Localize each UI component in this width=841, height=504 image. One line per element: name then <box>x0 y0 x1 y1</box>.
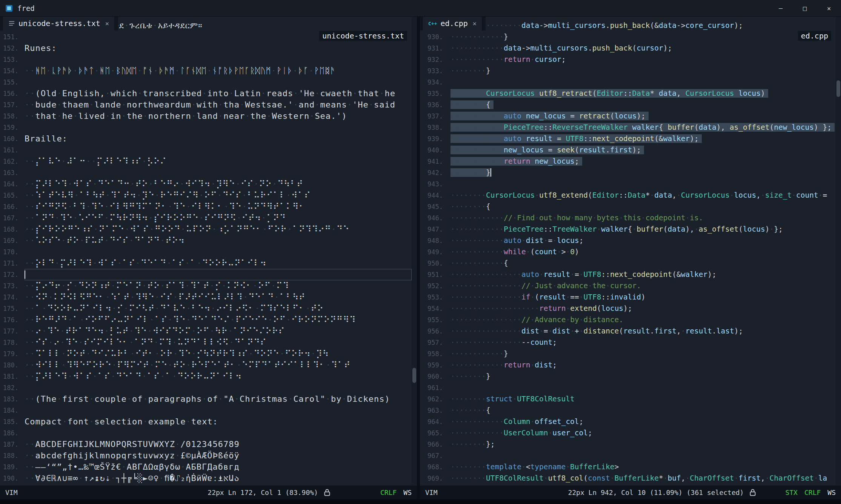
code-line[interactable]: 936.········{ <box>420 99 836 111</box>
code-line[interactable]: 958.············} <box>420 348 836 360</box>
code-line[interactable]: 167.··⠁⠝⠙·⠹⠑·⠡⠊⠑⠋·⠍⠳⠗⠝⠻⠲·⡎⠊⠗⠕⠕⠛⠑·⠎⠊⠛⠝⠫·⠊… <box>0 212 412 224</box>
code-line[interactable]: 170. <box>0 246 412 258</box>
code-line[interactable]: 960.········} <box>420 371 836 382</box>
code-line[interactable]: 180.··⠺⠊⠇⠇·⠹⠻⠑⠋⠕⠗⠑·⠏⠻⠍⠊⠞·⠍⠑·⠞⠕·⠗⠑⠏⠑⠁⠞⠂·⠑… <box>0 360 412 371</box>
code-line[interactable]: 182. <box>0 382 412 393</box>
code-line[interactable]: 966.········}; <box>420 439 836 450</box>
code-line[interactable]: 954.····················return·extend(lo… <box>420 303 836 314</box>
code-line[interactable]: 952.················//·Just·advance·the·… <box>420 280 836 292</box>
code-line[interactable]: 172. <box>0 269 412 280</box>
lock-icon[interactable] <box>324 489 330 496</box>
code-line[interactable]: 187.··ABCDEFGHIJKLMNOPQRSTUVWXYZ·/012345… <box>0 439 412 450</box>
code-line[interactable]: 953.················if·(result·==·UTF8::… <box>420 292 836 303</box>
code-line[interactable]: 189.··–—‘“”„†•…‰™œŠŸž€·ΑΒΓΔΩαβγδω·АБВГДа… <box>0 461 412 473</box>
code-line[interactable]: 945.········{ <box>420 201 836 212</box>
whitespace-indicator[interactable]: WS <box>403 489 412 496</box>
code-line[interactable]: 933.········} <box>420 65 836 77</box>
code-line[interactable]: 956.················dist·=·dist·+·distan… <box>420 326 836 337</box>
code-line[interactable]: 175.··⠁·⠙⠕⠕⠗⠤⠝⠁⠊⠇⠲·⡊·⠍⠊⠣⠞·⠙⠁⠧⠑·⠃⠑⠲·⠔⠊⠇⠔⠫… <box>0 303 412 314</box>
code-line[interactable]: 153. <box>0 54 412 65</box>
right-scrollbar[interactable] <box>836 16 841 486</box>
eol-indicator[interactable]: CRLF <box>804 489 821 496</box>
code-line[interactable]: 959.············return·dist; <box>420 360 836 371</box>
code-line[interactable]: 176.··⠗⠑⠛⠜⠙·⠁·⠊⠕⠋⠋⠔⠤⠝⠁⠊⠇·⠁⠎·⠹⠑·⠙⠑⠁⠙⠑⠌·⠏⠊… <box>0 314 412 326</box>
right-scrollbar-thumb[interactable] <box>836 80 840 97</box>
code-line[interactable]: 157.··bude·thaem·lande·northweardum·with… <box>0 99 412 111</box>
eol-indicator[interactable]: CRLF <box>380 489 397 496</box>
code-line[interactable]: 955.················//·Advance·by·distan… <box>420 314 836 326</box>
encoding-indicator[interactable]: STX <box>785 489 798 496</box>
code-line[interactable]: 156.··(Old·English,·which·transcribed·in… <box>0 88 412 99</box>
code-line[interactable]: 942.········} <box>420 167 836 178</box>
minimize-button[interactable]: — <box>769 0 793 16</box>
code-line[interactable]: 944.········CursorLocus·utf8_extend(Edit… <box>420 190 836 201</box>
code-line[interactable]: 963.········{ <box>420 405 836 416</box>
tab-unicode-stress-txt[interactable]: unicode-stress.txt ✕ <box>3 16 114 31</box>
tab-ed-cpp[interactable]: C++ ed.cpp ✕ <box>423 16 482 31</box>
code-line[interactable]: 937.············auto·new_locus·=·retract… <box>420 111 836 122</box>
code-line[interactable]: 190.··∀∂∈ℝ∧∪≡∞·↑↗↨↻⇣·┐┼╔╘░►☺♀·ﬁ�⑀₂ἠḂӥẄɐː… <box>0 473 412 484</box>
code-line[interactable]: 957.················--count; <box>420 337 836 348</box>
code-line[interactable]: 155. <box>0 77 412 88</box>
code-line[interactable]: 962.········struct·UTF8ColResult <box>420 393 836 405</box>
code-line[interactable]: 969.········UTF8ColResult·utf8_col(const… <box>420 473 836 484</box>
code-line[interactable]: 951.················auto·result·=·UTF8::… <box>420 269 836 280</box>
code-line[interactable]: 184. <box>0 405 412 416</box>
code-line[interactable]: 950.············{ <box>420 258 836 269</box>
lock-icon[interactable] <box>750 489 756 496</box>
code-line[interactable]: 178.··⠊⠎·⠔·⠹⠑·⠎⠊⠍⠊⠇⠑⠂·⠁⠝⠙·⠍⠹·⠥⠝⠙⠁⠇⠇⠪⠫·⠙⠁… <box>0 337 412 348</box>
code-line[interactable]: 938.············PieceTree::ReverseTreeWa… <box>420 122 836 133</box>
code-line[interactable]: 162.··⡌⠁⠧⠑·⠼⠁⠒··⡍⠜⠇⠑⠹⠰⠎·⡣⠕⠌ <box>0 156 412 167</box>
code-line[interactable]: 161. <box>0 144 412 156</box>
code-line[interactable]: 163. <box>0 167 412 178</box>
vim-mode-indicator[interactable]: VIM <box>5 489 18 496</box>
code-line[interactable]: 964.············Column·offset_col; <box>420 416 836 427</box>
code-line[interactable]: 168.··⡎⠊⠗⠕⠕⠛⠑⠰⠎·⠝⠁⠍⠑·⠺⠁⠎·⠛⠕⠕⠙·⠥⠏⠕⠝·⠰⡡⠁⠝⠛… <box>0 224 412 235</box>
code-line[interactable]: 932.············return·cursor; <box>420 54 836 65</box>
code-line[interactable]: 160.Braille: <box>0 133 412 144</box>
code-line[interactable]: 171.··⡕⠇⠙·⡍⠜⠇⠑⠹·⠺⠁⠎·⠁⠎·⠙⠑⠁⠙·⠁⠎·⠁·⠙⠕⠕⠗⠤⠝⠁… <box>0 258 412 269</box>
code-line[interactable]: 174.··⠪⠝·⠅⠝⠪⠇⠫⠛⠑⠂·⠱⠁⠞·⠹⠻⠑·⠊⠎·⠏⠜⠞⠊⠊⠥⠇⠜⠇⠹·… <box>0 292 412 303</box>
code-line[interactable]: 961. <box>420 382 836 393</box>
code-line[interactable]: 943. <box>420 178 836 190</box>
code-line[interactable]: 965.············UserColumn·user_col; <box>420 427 836 439</box>
code-line[interactable]: 939.············auto·result·=·UTF8::next… <box>420 133 836 144</box>
code-line[interactable]: 179.··⠩⠁⠇⠇·⠝⠕⠞·⠙⠊⠌⠥⠗⠃·⠊⠞⠂·⠕⠗·⠹⠑·⡊⠳⠝⠞⠗⠹⠰⠎… <box>0 348 412 360</box>
code-line[interactable]: 166.··⠎⠊⠛⠝⠫·⠃⠹·⠹⠑·⠊⠇⠻⠛⠹⠍⠁⠝⠂·⠹⠑·⠊⠇⠻⠅⠂·⠹⠑·… <box>0 201 412 212</box>
code-line[interactable]: 940.············new_locus·=·seek(result.… <box>420 144 836 156</box>
code-line[interactable]: 934. <box>420 77 836 88</box>
code-line[interactable]: 173.··⡍⠔⠙⠖·⡊·⠙⠕⠝⠰⠞·⠍⠑⠁⠝·⠞⠕·⠎⠁⠹·⠹⠁⠞·⡊·⠅⠝⠪… <box>0 280 412 292</box>
code-line[interactable]: 181.··⡍⠜⠇⠑⠹·⠺⠁⠎·⠁⠎·⠙⠑⠁⠙·⠁⠎·⠁·⠙⠕⠕⠗⠤⠝⠁⠊⠇⠲ <box>0 371 412 382</box>
code-line[interactable]: 930.············} <box>420 31 836 43</box>
code-line[interactable]: 185.Compact·font·selection·example·text: <box>0 416 412 427</box>
code-line[interactable]: 159. <box>0 122 412 133</box>
code-line[interactable]: 183.··(The·first·couple·of·paragraphs·of… <box>0 393 412 405</box>
code-line[interactable]: 946.············//·Find·out·how·many·byt… <box>420 212 836 224</box>
code-line[interactable]: 967. <box>420 450 836 461</box>
code-line[interactable]: 158.··that·he·lived·in·the·northern·land… <box>0 111 412 122</box>
code-line[interactable]: 165.··⠱⠁⠞⠑⠧⠻·⠁⠃⠳⠞·⠹⠁⠞⠲·⡹⠑·⠗⠑⠛⠊⠌⠻·⠕⠋·⠙⠊⠎·… <box>0 190 412 201</box>
vim-mode-indicator[interactable]: VIM <box>425 489 438 496</box>
pane-divider[interactable] <box>417 16 420 499</box>
code-line[interactable]: 935.········CursorLocus·utf8_retract(Edi… <box>420 88 836 99</box>
code-line[interactable]: 948.············auto·dist·=·locus; <box>420 235 836 246</box>
close-button[interactable]: ✕ <box>817 0 841 16</box>
code-line[interactable]: 164.··⡍⠜⠇⠑⠹·⠺⠁⠎·⠙⠑⠁⠙⠒·⠞⠕·⠃⠑⠛⠔·⠺⠊⠹⠲·⡹⠻⠑·⠊… <box>0 178 412 190</box>
code-line[interactable]: 941.············return·new_locus; <box>420 156 836 167</box>
code-line[interactable]: 152.Runes: <box>0 43 412 54</box>
code-line[interactable]: 154.··ᚻᛖ·ᚳᚹᚫᚦ·ᚦᚫᛏ·ᚻᛖ·ᛒᚢᛞᛖ·ᚩᚾ·ᚦᚫᛗ·ᛚᚪᚾᛞᛖ·ᚾ… <box>0 65 412 77</box>
whitespace-indicator[interactable]: WS <box>827 489 836 496</box>
tab-close-icon[interactable]: ✕ <box>473 20 477 27</box>
code-line[interactable]: 949.············while·(count·>·0) <box>420 246 836 258</box>
maximize-button[interactable]: □ <box>793 0 817 16</box>
code-line[interactable]: 186. <box>0 427 412 439</box>
tab-close-icon[interactable]: ✕ <box>105 20 109 27</box>
left-scrollbar-thumb[interactable] <box>412 368 416 383</box>
code-line[interactable]: 968.········template·<typename·BufferLik… <box>420 461 836 473</box>
left-scrollbar[interactable] <box>412 16 417 486</box>
code-line[interactable]: 931.············data->multi_cursors.push… <box>420 43 836 54</box>
code-line[interactable]: 188.··abcdefghijklmnopqrstuvwxyz·£©µÀÆÖÞ… <box>0 450 412 461</box>
code-line[interactable]: 169.··⠡⠕⠎⠑·⠞⠕·⠏⠥⠞·⠙⠊⠎·⠙⠁⠝⠙·⠞⠕⠲ <box>0 235 412 246</box>
code-line[interactable]: 947.············PieceTree::TreeWalker·wa… <box>420 224 836 235</box>
code-line[interactable]: 177.··⠔·⠹⠑·⠞⠗⠁⠙⠑⠲·⡃⠥⠞·⠹⠑·⠺⠊⠎⠙⠕⠍·⠕⠋·⠳⠗·⠁⠝… <box>0 326 412 337</box>
